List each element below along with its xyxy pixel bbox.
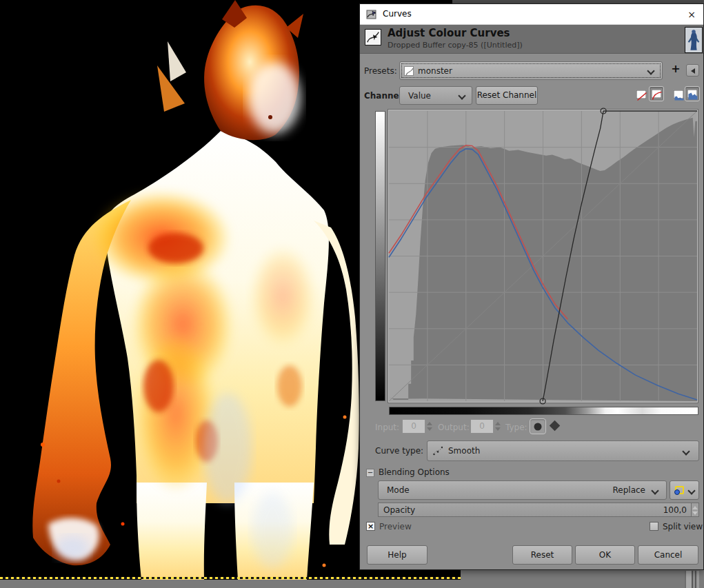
output-gradient-bar xyxy=(375,111,385,401)
output-spinbox[interactable]: 0 xyxy=(470,419,494,434)
chevron-down-icon xyxy=(652,488,658,494)
curve-type-combobox[interactable]: Smooth xyxy=(427,440,699,461)
mode-label: Mode xyxy=(387,485,410,495)
opacity-spinner[interactable] xyxy=(691,503,698,516)
blending-options-expander[interactable]: − xyxy=(366,469,374,477)
chevron-down-icon xyxy=(683,449,689,454)
spin-up-icon xyxy=(495,422,501,425)
spin-down-icon xyxy=(427,427,432,431)
opacity-value: 100,0 xyxy=(663,505,687,515)
opacity-slider[interactable]: Opacity 100,0 xyxy=(378,503,699,517)
perceptual-curve-icon xyxy=(652,90,662,99)
dialog-title: Adjust Colour Curves xyxy=(388,27,510,39)
split-view-checkbox[interactable] xyxy=(650,522,658,531)
cancel-button[interactable]: Cancel xyxy=(638,545,698,565)
linear-histogram-toggle[interactable] xyxy=(672,88,684,100)
dialog-header: Adjust Colour Curves Dropped Buffer copy… xyxy=(360,25,703,54)
preview-checkbox[interactable]: × xyxy=(366,522,375,531)
mode-combobox[interactable]: Mode Replace xyxy=(378,480,667,500)
image-thumbnail xyxy=(685,27,703,53)
channel-value: Value xyxy=(408,91,431,101)
linear-curve-icon xyxy=(636,90,646,99)
spin-up-icon xyxy=(692,506,698,509)
preset-curve-icon xyxy=(404,66,414,76)
curve-type-value: Smooth xyxy=(448,446,480,456)
linear-curve-toggle[interactable] xyxy=(635,88,647,100)
mode-reset-button[interactable] xyxy=(670,480,699,500)
dialog-subtitle: Dropped Buffer copy-85 ([Untitled]) xyxy=(388,41,523,50)
input-spinbox[interactable]: 0 xyxy=(402,419,425,434)
curves-dialog-icon xyxy=(365,29,381,45)
curves-plot[interactable] xyxy=(389,111,697,401)
linear-histogram-icon xyxy=(673,90,683,99)
input-label: Input: xyxy=(375,423,399,432)
anchor-type-corner-icon[interactable] xyxy=(550,420,561,432)
log-histogram-toggle[interactable] xyxy=(685,86,700,101)
smooth-anchor-icon xyxy=(534,423,542,430)
layer-boundary-dashed-line xyxy=(0,577,461,579)
reset-button[interactable]: Reset xyxy=(512,545,572,565)
presets-menu-button[interactable] xyxy=(686,64,699,77)
reset-to-default-icon xyxy=(675,486,684,494)
channel-combobox[interactable]: Value xyxy=(399,86,472,105)
presets-combobox[interactable]: monster xyxy=(399,61,663,80)
spin-down-icon xyxy=(495,427,501,431)
presets-label: Presets: xyxy=(364,66,397,76)
gimp-screen: Curves × Adjust Colour Curves Dropped Bu… xyxy=(0,0,704,588)
window-title: Curves xyxy=(383,9,412,19)
curves-dialog: Curves × Adjust Colour Curves Dropped Bu… xyxy=(359,3,704,570)
spin-down-icon xyxy=(692,511,698,515)
chevron-down-icon xyxy=(459,93,465,99)
output-label: Output: xyxy=(438,423,470,432)
add-preset-button[interactable]: + xyxy=(668,63,683,78)
type-label: Type: xyxy=(505,423,527,432)
chevron-down-icon xyxy=(648,68,654,74)
input-spinner[interactable] xyxy=(425,419,433,434)
mode-value: Replace xyxy=(613,485,645,495)
curve-type-label: Curve type: xyxy=(375,446,423,456)
ok-button[interactable]: OK xyxy=(575,545,635,565)
close-icon[interactable]: × xyxy=(684,7,699,22)
chevron-down-icon xyxy=(689,488,694,494)
help-button[interactable]: Help xyxy=(367,545,428,565)
split-view-label: Split view xyxy=(663,522,703,531)
reset-channel-button[interactable]: Reset Channel xyxy=(476,86,538,105)
canvas-vertical-scrollbar[interactable] xyxy=(685,571,699,588)
log-histogram-icon xyxy=(687,90,698,99)
smooth-curve-icon xyxy=(433,446,443,456)
input-gradient-bar xyxy=(389,407,698,415)
arrow-left-icon xyxy=(691,68,695,74)
anchor-type-smooth-button[interactable] xyxy=(530,418,546,434)
output-spinner[interactable] xyxy=(494,419,501,434)
dialog-titlebar[interactable]: Curves × xyxy=(360,4,703,25)
presets-value: monster xyxy=(418,66,452,76)
opacity-label: Opacity xyxy=(383,505,415,515)
spin-up-icon xyxy=(427,422,432,425)
curves-tool-icon xyxy=(366,9,377,20)
perceptual-curve-toggle[interactable] xyxy=(649,86,664,101)
blending-options-label: Blending Options xyxy=(379,467,450,477)
curve-graph-area[interactable] xyxy=(388,109,698,403)
preview-label: Preview xyxy=(379,522,412,531)
